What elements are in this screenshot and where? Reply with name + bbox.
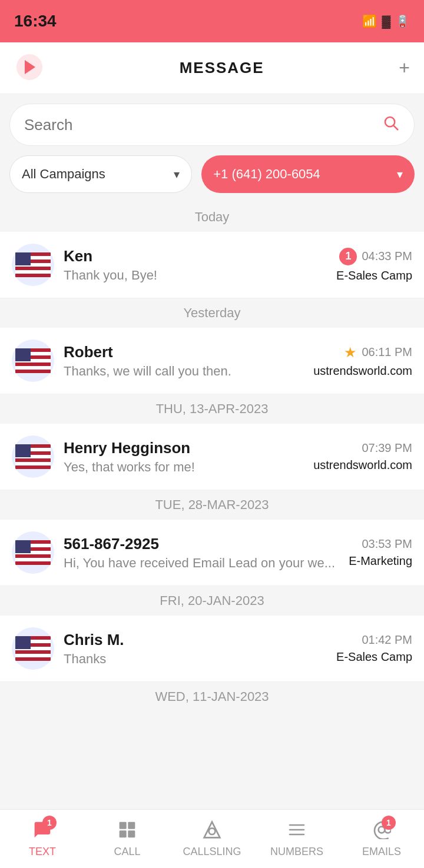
status-time: 16:34 [14,12,57,31]
callsling-nav-label: CALLSLING [183,846,241,858]
message-time-ken: 04:33 PM [362,250,412,263]
svg-rect-9 [15,274,51,277]
campaign-chris: E-Sales Camp [336,650,412,664]
message-body-chris: Chris M. Thanks [64,631,329,667]
page-title: MESSAGE [180,59,264,77]
call-nav-label: CALL [114,846,140,858]
message-time-robert: 06:11 PM [362,345,412,359]
svg-rect-7 [15,267,51,270]
svg-rect-14 [15,366,51,370]
nav-callsling[interactable]: CALLSLING [170,820,254,858]
svg-rect-21 [15,444,31,457]
numbers-nav-label: NUMBERS [270,846,323,858]
number-label: +1 (641) 200-6054 [213,167,320,182]
svg-marker-36 [204,822,220,837]
avatar-ken [12,244,54,286]
campaign-robert: ustrendsworld.com [313,364,412,378]
svg-rect-32 [120,822,127,829]
date-separator-jan2023-wed: WED, 11-JAN-2023 [0,682,424,711]
callsling-nav-icon [203,820,221,843]
unread-badge-ken: 1 [339,248,357,265]
nav-emails[interactable]: 1 EMAILS [339,820,424,858]
svg-rect-31 [15,636,31,649]
nav-call[interactable]: CALL [85,820,170,858]
svg-rect-25 [15,558,51,561]
campaigns-filter[interactable]: All Campaigns ▾ [9,155,192,193]
svg-rect-8 [15,270,51,274]
filters: All Campaigns ▾ +1 (641) 200-6054 ▾ [0,155,424,193]
svg-line-1 [393,125,398,129]
number-chevron: ▾ [397,167,403,181]
svg-rect-15 [15,370,51,373]
status-icons: 📶 ▓ 🪫 [362,14,410,28]
number-filter[interactable]: +1 (641) 200-6054 ▾ [201,155,415,193]
message-item-ken[interactable]: Ken Thank you, Bye! 1 04:33 PM E-Sales C… [0,232,424,298]
call-nav-icon [118,820,137,843]
message-list: Today Ken Thank you, Bye! 1 04:33 PM [0,202,424,770]
message-body-henry: Henry Hegginson Yes, that works for me! [64,439,306,475]
message-body-ken: Ken Thank you, Bye! [64,247,329,283]
add-button[interactable]: + [399,57,410,79]
avatar-robert [12,340,54,382]
avatar-henry [12,435,54,478]
campaigns-label: All Campaigns [22,167,105,182]
status-bar: 16:34 📶 ▓ 🪫 [0,0,424,42]
svg-rect-20 [15,462,51,465]
message-preview-phone: Hi, You have received Email Lead on your… [64,556,342,571]
avatar-chris [12,627,54,670]
campaign-phone: E-Marketing [349,554,412,568]
svg-point-37 [209,828,216,834]
header: MESSAGE + [0,42,424,94]
svg-rect-30 [15,654,51,657]
nav-text[interactable]: 1 TEXT [0,820,85,858]
message-meta-phone: 03:53 PM E-Marketing [349,537,412,568]
message-time-chris: 01:42 PM [362,633,412,647]
date-separator-jan2023: FRI, 20-JAN-2023 [0,586,424,616]
wifi-icon: 📶 [362,14,377,28]
message-time-henry: 07:39 PM [362,441,412,455]
message-meta-robert: ★ 06:11 PM ustrendsworld.com [313,344,412,378]
avatar-phone [12,531,54,574]
bottom-navigation: 1 TEXT CALL CALLSLING [0,809,424,868]
logo [14,52,45,85]
emails-nav-icon: 1 [372,820,391,843]
message-preview-robert: Thanks, we will call you then. [64,364,306,379]
search-icon [382,114,400,136]
message-meta-ken: 1 04:33 PM E-Sales Camp [336,248,412,282]
message-body-phone: 561-867-2925 Hi, You have received Email… [64,535,342,571]
contact-name-henry: Henry Hegginson [64,439,306,457]
svg-rect-26 [15,540,31,553]
emails-badge: 1 [382,816,396,830]
date-separator-yesterday: Yesterday [0,298,424,328]
message-item-robert[interactable]: Robert Thanks, we will call you then. ★ … [0,328,424,394]
search-input[interactable] [24,116,382,134]
svg-rect-16 [15,348,31,361]
contact-name-chris: Chris M. [64,631,329,649]
text-nav-icon: 1 [33,820,52,843]
message-item-henry[interactable]: Henry Hegginson Yes, that works for me! … [0,424,424,490]
message-item-phone[interactable]: 561-867-2925 Hi, You have received Email… [0,520,424,586]
signal-icon: ▓ [382,15,390,28]
date-separator-today: Today [0,202,424,232]
nav-numbers[interactable]: NUMBERS [254,820,339,858]
text-nav-label: TEXT [29,846,56,858]
campaigns-chevron: ▾ [174,167,180,181]
campaign-ken: E-Sales Camp [336,269,412,282]
message-time-phone: 03:53 PM [362,537,412,551]
message-meta-chris: 01:42 PM E-Sales Camp [336,633,412,664]
svg-rect-10 [15,252,31,265]
emails-nav-label: EMAILS [362,846,401,858]
date-separator-apr2023: THU, 13-APR-2023 [0,394,424,424]
battery-icon: 🪫 [395,14,410,28]
star-icon-robert: ★ [344,344,357,361]
contact-name-robert: Robert [64,343,306,361]
svg-rect-34 [120,830,127,837]
message-item-chris[interactable]: Chris M. Thanks 01:42 PM E-Sales Camp [0,616,424,682]
message-meta-henry: 07:39 PM ustrendsworld.com [313,441,412,472]
message-preview-ken: Thank you, Bye! [64,268,329,283]
text-badge: 1 [42,816,57,830]
numbers-nav-icon [287,820,306,843]
svg-rect-33 [128,822,135,829]
search-bar[interactable] [9,104,415,146]
contact-name-phone: 561-867-2925 [64,535,342,553]
